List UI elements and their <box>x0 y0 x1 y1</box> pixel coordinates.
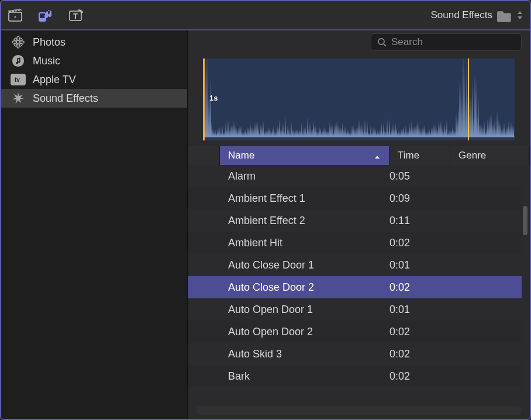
svg-point-7 <box>17 44 19 48</box>
svg-rect-2 <box>40 13 45 18</box>
sidebar-item-music[interactable]: Music <box>1 51 187 70</box>
svg-text:T: T <box>73 12 78 20</box>
sidebar-item-sound-effects[interactable]: Sound Effects <box>1 89 187 108</box>
table-row[interactable]: Auto Skid 30:02 <box>188 343 522 365</box>
col-time-label: Time <box>398 150 419 161</box>
cell-name: Auto Skid 3 <box>220 348 389 360</box>
browser-topbar <box>188 30 530 54</box>
table-row[interactable]: Ambient Hit0:02 <box>188 232 522 254</box>
cell-time: 0:02 <box>389 237 450 249</box>
search-field[interactable] <box>371 33 522 51</box>
cell-name: Auto Open Door 1 <box>220 304 389 316</box>
main-panel: 1s Name Time Genre <box>187 30 530 419</box>
sort-ascending-icon <box>374 152 381 159</box>
table-body[interactable]: Alarm0:05Ambient Effect 10:09Ambient Eff… <box>188 165 530 406</box>
table-row[interactable]: Ambient Effect 10:09 <box>188 187 522 209</box>
sidebar-item-photos[interactable]: Photos <box>1 33 187 51</box>
library-label: Sound Effects <box>430 9 492 21</box>
flower-icon <box>11 36 26 49</box>
svg-point-6 <box>17 36 19 40</box>
chevron-updown-icon <box>517 11 523 19</box>
col-name-label: Name <box>228 150 254 161</box>
svg-text:tv: tv <box>15 77 20 83</box>
table-row[interactable]: Auto Close Door 10:01 <box>188 254 522 276</box>
burst-icon <box>11 92 26 105</box>
app-window: T Sound Effects PhotosMusictvApple TVSou… <box>0 0 531 420</box>
svg-point-17 <box>378 39 384 44</box>
cell-name: Auto Close Door 1 <box>220 259 389 271</box>
audio-media-icon[interactable] <box>39 9 53 22</box>
cell-time: 0:02 <box>389 348 450 360</box>
table-row[interactable]: Auto Open Door 10:01 <box>188 298 522 321</box>
table-row[interactable]: Bark0:02 <box>188 365 522 387</box>
horizontal-scrollbar[interactable] <box>196 406 522 415</box>
col-name[interactable]: Name <box>220 146 389 165</box>
table-row[interactable]: Ambient Effect 20:11 <box>188 209 522 232</box>
waveform-timecode: 1s <box>209 94 218 102</box>
cell-name: Ambient Hit <box>220 237 389 249</box>
cell-time: 0:02 <box>389 281 450 294</box>
cell-name: Auto Close Door 2 <box>220 281 389 294</box>
waveform-preview[interactable]: 1s <box>203 58 515 140</box>
cell-time: 0:11 <box>389 215 450 227</box>
cell-name: Auto Open Door 2 <box>220 326 389 338</box>
table-row[interactable]: Auto Close Door 20:02 <box>188 276 522 298</box>
search-icon <box>377 37 387 47</box>
cell-time: 0:01 <box>389 304 450 316</box>
cell-name: Ambient Effect 1 <box>220 192 389 205</box>
col-genre-label: Genre <box>458 150 486 161</box>
clapperboard-icon[interactable] <box>8 9 22 22</box>
sidebar-item-label: Apple TV <box>33 74 76 86</box>
sidebar-item-label: Photos <box>33 36 65 49</box>
titlebar: T Sound Effects <box>1 1 530 30</box>
cell-time: 0:02 <box>389 370 450 383</box>
svg-rect-19 <box>468 58 469 140</box>
search-input[interactable] <box>391 36 515 48</box>
col-blank[interactable] <box>188 146 220 165</box>
cell-name: Bark <box>220 370 389 383</box>
svg-point-8 <box>12 41 16 43</box>
svg-point-5 <box>16 40 20 44</box>
sidebar-item-label: Sound Effects <box>33 92 98 105</box>
col-time[interactable]: Time <box>389 146 450 165</box>
waveform-svg <box>205 58 515 140</box>
cell-time: 0:09 <box>389 192 450 205</box>
table-row[interactable]: Auto Open Door 20:02 <box>188 321 522 343</box>
library-picker[interactable]: Sound Effects <box>430 9 523 21</box>
appletv-icon: tv <box>11 73 26 86</box>
svg-point-9 <box>20 41 24 43</box>
cell-time: 0:01 <box>389 259 450 271</box>
cell-name: Ambient Effect 2 <box>220 215 389 227</box>
col-genre[interactable]: Genre <box>450 146 530 165</box>
table-row[interactable]: Alarm0:05 <box>188 165 522 187</box>
cell-time: 0:02 <box>389 326 450 338</box>
vertical-scrollbar[interactable] <box>523 206 527 235</box>
music-icon <box>11 54 26 67</box>
table-header: Name Time Genre <box>188 146 530 165</box>
sidebar: PhotosMusictvApple TVSound Effects <box>1 30 187 419</box>
sidebar-item-apple-tv[interactable]: tvApple TV <box>1 70 187 89</box>
cell-time: 0:05 <box>389 170 450 183</box>
results-table: Name Time Genre Alarm0:05Ambient Effect … <box>188 146 530 406</box>
cell-name: Alarm <box>220 170 389 183</box>
sidebar-item-label: Music <box>33 55 60 67</box>
folder-icon <box>497 9 512 21</box>
titles-icon[interactable]: T <box>69 9 83 22</box>
